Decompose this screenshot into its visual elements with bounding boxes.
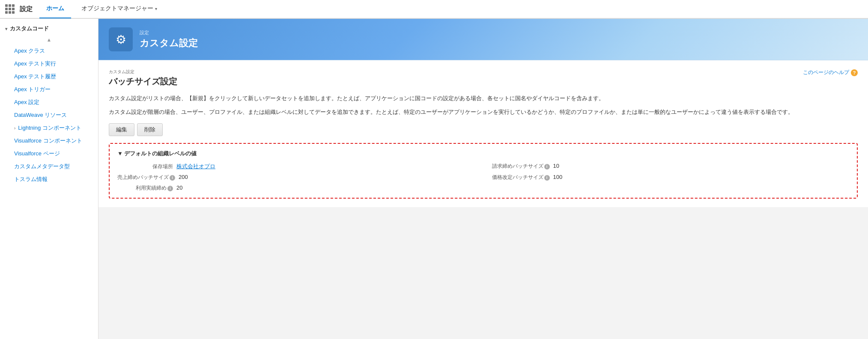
description-1: カスタム設定がリストの場合、【新規】をクリックして新しいデータセットを追加します…	[109, 94, 858, 103]
sidebar-item-apex-trigger[interactable]: Apex トリガー	[0, 83, 98, 96]
sidebar-item-custom-metadata[interactable]: カスタムメタデータ型	[0, 160, 98, 173]
app-name: 設定	[20, 5, 33, 13]
value-storage[interactable]: 株式会社オプロ	[176, 163, 215, 170]
field-sales-batch-size: 売上締めバッチサイズi 200	[117, 174, 475, 181]
edit-button[interactable]: 編集	[109, 123, 134, 136]
label-storage: 保存場所	[117, 163, 173, 170]
settings-icon: ⚙	[109, 27, 133, 51]
field-storage-location: 保存場所 株式会社オプロ	[117, 163, 475, 170]
info-icon: i	[544, 175, 550, 181]
card-header-text: 設定 カスタム設定	[140, 30, 198, 50]
help-icon: ?	[851, 69, 858, 76]
value-price-revision: 100	[553, 174, 563, 180]
help-link[interactable]: このページのヘルプ ?	[803, 69, 858, 76]
chevron-down-icon: ▾	[155, 6, 157, 11]
app-launcher-icon[interactable]	[5, 4, 15, 14]
sidebar-section-custom-code[interactable]: ▾ カスタムコード	[0, 22, 98, 35]
content-area: このページのヘルプ ? カスタム設定 バッチサイズ設定 カスタム設定がリストの場…	[98, 60, 868, 207]
info-icon: i	[170, 175, 175, 181]
tab-object-manager[interactable]: オブジェクトマネージャー ▾	[75, 0, 164, 18]
value-billing-batch: 10	[553, 163, 559, 169]
label-price-revision: 価格改定バッチサイズi	[492, 174, 550, 181]
label-sales-batch: 売上締めバッチサイズi	[117, 174, 175, 181]
value-usage-closing: 20	[176, 184, 182, 191]
field-usage-closing: 利用実績締めi 20	[117, 184, 475, 192]
button-row: 編集 削除	[109, 123, 858, 136]
chevron-icon: ▾	[5, 27, 7, 31]
sidebar-item-custom-settings[interactable]: トスラム情報	[0, 173, 98, 186]
sidebar-item-apex-test-history[interactable]: Apex テスト履歴	[0, 70, 98, 83]
default-org-level-section: ▼ デフォルトの組織レベルの値 保存場所 株式会社オプロ 請求締めバッチサイズi…	[109, 143, 858, 199]
page-title: バッチサイズ設定	[109, 76, 858, 87]
info-icon: i	[167, 186, 173, 191]
chevron-icon: ›	[14, 126, 15, 131]
card-breadcrumb: 設定	[140, 30, 198, 36]
field-price-revision-batch: 価格改定バッチサイズi 100	[492, 174, 850, 181]
delete-button[interactable]: 削除	[137, 123, 163, 136]
data-grid: 保存場所 株式会社オプロ 請求締めバッチサイズi 10 売上締めバッチサイズi	[117, 163, 849, 192]
sidebar-item-apex-test-run[interactable]: Apex テスト実行	[0, 57, 98, 70]
main-content: ⚙ 設定 カスタム設定 このページのヘルプ ? カスタム設定 バッチサイズ設定 …	[98, 19, 868, 339]
breadcrumb: カスタム設定	[109, 69, 858, 75]
section-title: ▼ デフォルトの組織レベルの値	[117, 150, 849, 158]
field-billing-batch-size: 請求締めバッチサイズi 10	[492, 163, 850, 170]
scroll-up-indicator[interactable]: ▲	[0, 35, 98, 45]
description-2: カスタム設定が階層の場合、ユーザー、プロファイル、または組織レベルに対してデータ…	[109, 108, 858, 116]
sidebar-item-lightning[interactable]: › Lightning コンポーネント	[0, 122, 98, 134]
card-header: ⚙ 設定 カスタム設定	[98, 19, 868, 60]
sidebar-item-apex-class[interactable]: Apex クラス	[0, 45, 98, 57]
info-icon: i	[544, 164, 550, 170]
sidebar-item-visualforce-page[interactable]: Visualforce ページ	[0, 147, 98, 160]
sidebar: ▾ カスタムコード ▲ Apex クラス Apex テスト実行 Apex テスト…	[0, 19, 98, 339]
card-title: カスタム設定	[140, 37, 198, 50]
sidebar-item-dataweave[interactable]: DataWeave リソース	[0, 109, 98, 122]
label-billing-batch: 請求締めバッチサイズi	[492, 163, 550, 170]
sidebar-item-visualforce-component[interactable]: Visualforce コンポーネント	[0, 134, 98, 147]
sidebar-item-apex-settings[interactable]: Apex 設定	[0, 96, 98, 109]
value-sales-batch: 200	[179, 174, 188, 180]
tab-home[interactable]: ホーム	[39, 0, 71, 18]
label-usage-closing: 利用実績締めi	[117, 184, 173, 192]
top-navigation: 設定 ホーム オブジェクトマネージャー ▾	[0, 0, 868, 19]
